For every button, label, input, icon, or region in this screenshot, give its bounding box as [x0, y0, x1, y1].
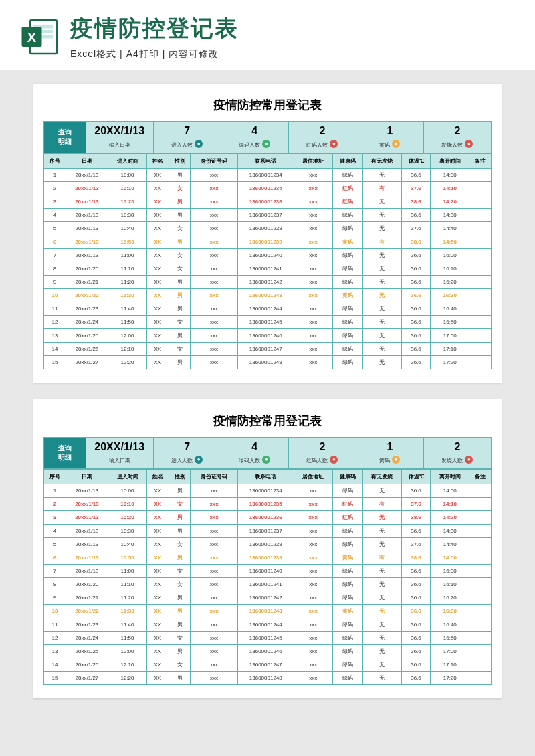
table-cell: 男: [169, 591, 191, 605]
table-cell: 36.6: [401, 591, 431, 605]
table-cell: xxx: [294, 605, 332, 618]
table-cell: 绿码: [332, 672, 362, 685]
table-cell: xxx: [191, 316, 237, 329]
table-cell: 13600001234: [237, 484, 294, 498]
table-cell: xxx: [191, 565, 237, 578]
table-cell: xxx: [294, 551, 332, 565]
table-cell: xxx: [191, 551, 237, 565]
summary-label: 绿码人数: [239, 141, 260, 149]
table-cell: XX: [146, 618, 169, 632]
table-row: 1320xx/1/2512:00XX男xxx13600001246xxx绿码无3…: [44, 645, 492, 658]
column-header: 联系电话: [237, 154, 294, 169]
table-cell: 绿码: [332, 302, 362, 316]
column-header: 备注: [469, 470, 492, 484]
table-row: 1320xx/1/2512:00XX男xxx13600001246xxx绿码无3…: [44, 329, 492, 343]
table-cell: 14:00: [431, 169, 469, 182]
page-2: 疫情防控常用登记表查询明细20XX/1/13输入日期7进入人数●4绿码人数●2红…: [33, 399, 502, 698]
table-cell: 10: [44, 289, 66, 302]
table-cell: XX: [146, 511, 169, 525]
table-cell: 男: [169, 551, 191, 565]
table-cell: 14:20: [431, 511, 469, 525]
table-cell: [469, 209, 492, 222]
table-cell: 女: [169, 565, 191, 578]
table-cell: XX: [146, 356, 169, 369]
table-cell: 10:40: [108, 222, 147, 235]
table-cell: 16:50: [431, 632, 469, 645]
table-cell: 15: [44, 356, 66, 369]
table-cell: xxx: [191, 591, 237, 605]
yellow-box: 1黄码●: [356, 438, 424, 468]
column-header: 性别: [169, 470, 191, 484]
table-cell: xxx: [294, 276, 332, 289]
table-cell: 绿码: [332, 565, 362, 578]
table-cell: xxx: [191, 343, 237, 356]
table-cell: 20xx/1/13: [66, 169, 108, 182]
table-cell: 无: [362, 511, 401, 525]
column-header: 离开时间: [431, 470, 469, 484]
column-header: 离开时间: [431, 154, 469, 169]
table-cell: XX: [146, 538, 169, 551]
table-cell: 无: [362, 356, 401, 369]
table-cell: 36.6: [401, 169, 431, 182]
table-cell: 13600001239: [237, 235, 294, 249]
table-row: 720xx/1/1311:00XX女xxx13600001240xxx绿码无36…: [44, 565, 492, 578]
table-cell: xxx: [191, 618, 237, 632]
table-cell: 36.6: [401, 262, 431, 276]
table-cell: 绿码: [332, 222, 362, 235]
table-cell: xxx: [294, 289, 332, 302]
table-cell: xxx: [294, 498, 332, 511]
table-cell: [469, 565, 492, 578]
table-cell: xxx: [294, 578, 332, 591]
table-cell: 20xx/1/20: [66, 262, 108, 276]
table-cell: 10:50: [108, 551, 147, 565]
summary-value: 7: [155, 125, 219, 137]
table-cell: XX: [146, 658, 169, 672]
table-cell: 36.6: [401, 356, 431, 369]
table-cell: [469, 551, 492, 565]
table-cell: 16:00: [431, 565, 469, 578]
column-header: 进入时间: [108, 470, 147, 484]
table-cell: 11: [44, 302, 66, 316]
table-row: 1420xx/1/2612:10XX女xxx13600001247xxx绿码无3…: [44, 343, 492, 356]
table-cell: 20xx/1/23: [66, 618, 108, 632]
summary-label: 红码人数: [306, 141, 328, 149]
table-cell: XX: [146, 551, 169, 565]
column-header: 有无发烧: [362, 470, 401, 484]
table-cell: XX: [146, 276, 169, 289]
column-header: 健康码: [332, 470, 362, 484]
table-cell: 38.6: [401, 551, 431, 565]
column-header: 身份证号码: [191, 470, 237, 484]
table-cell: 14:40: [431, 538, 469, 551]
table-cell: 20xx/1/13: [66, 182, 108, 195]
summary-label: 发烧人数: [441, 141, 463, 149]
table-cell: 16:50: [431, 316, 469, 329]
column-header: 联系电话: [237, 470, 294, 484]
table-cell: 36.6: [401, 605, 431, 618]
table-cell: 黄码: [332, 551, 362, 565]
table-cell: 17:20: [431, 356, 469, 369]
table-cell: 2: [44, 498, 66, 511]
table-cell: 11:40: [108, 302, 147, 316]
svg-text:X: X: [27, 30, 37, 45]
table-cell: 20xx/1/13: [66, 484, 108, 498]
table-cell: 男: [169, 356, 191, 369]
column-header: 健康码: [332, 154, 362, 169]
summary-value: 4: [223, 125, 287, 137]
table-cell: 13600001242: [237, 591, 294, 605]
table-cell: 36.6: [401, 618, 431, 632]
table-cell: xxx: [294, 511, 332, 525]
table-cell: 37.6: [401, 222, 431, 235]
table-cell: 男: [169, 276, 191, 289]
table-cell: 36.6: [401, 658, 431, 672]
column-header: 体温℃: [401, 470, 431, 484]
table-cell: XX: [146, 498, 169, 511]
table-cell: [469, 578, 492, 591]
table-cell: XX: [146, 591, 169, 605]
table-cell: 无: [362, 578, 401, 591]
table-cell: 36.6: [401, 672, 431, 685]
table-cell: 绿码: [332, 658, 362, 672]
table-cell: 15: [44, 672, 66, 685]
table-cell: 红码: [332, 182, 362, 195]
table-cell: 4: [44, 525, 66, 538]
table-cell: xxx: [294, 538, 332, 551]
